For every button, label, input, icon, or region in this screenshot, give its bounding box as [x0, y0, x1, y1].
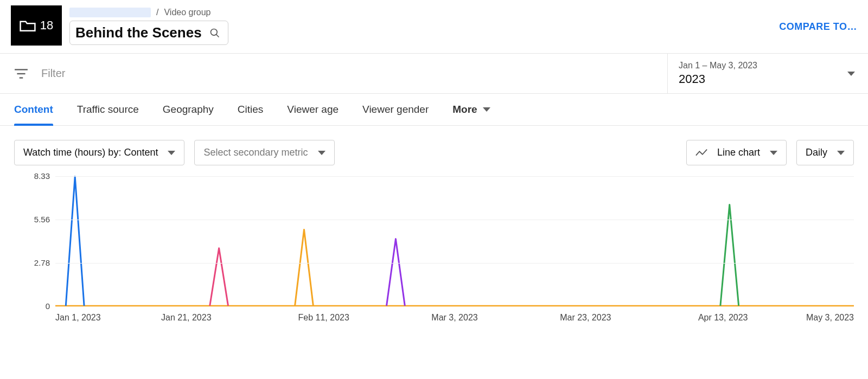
svg-line-1 [216, 34, 219, 37]
tab-viewer-age[interactable]: Viewer age [287, 104, 339, 125]
chart-x-tick: Jan 1, 2023 [55, 313, 101, 323]
channel-link[interactable] [69, 8, 151, 17]
chart-type-label: Line chart [717, 147, 760, 158]
folder-icon [20, 20, 36, 31]
chart-y-tick: 2.78 [14, 258, 50, 267]
chart-y-tick: 0 [14, 301, 50, 311]
chevron-down-icon [847, 72, 855, 76]
tab-more-label: More [452, 104, 477, 115]
secondary-metric-dropdown[interactable]: Select secondary metric [194, 140, 334, 165]
secondary-metric-placeholder: Select secondary metric [203, 147, 308, 158]
filter-placeholder: Filter [41, 67, 65, 80]
chart-area: 02.785.568.33Jan 1, 2023Jan 21, 2023Feb … [0, 171, 868, 338]
chart-y-tick: 5.56 [14, 215, 50, 224]
tab-cities[interactable]: Cities [238, 104, 264, 125]
chevron-down-icon [770, 151, 777, 155]
filter-row: Filter Jan 1 – May 3, 2023 2023 [0, 53, 868, 94]
chevron-down-icon [168, 151, 175, 155]
chart-x-tick: Feb 11, 2023 [298, 313, 349, 323]
compare-to-button[interactable]: COMPARE TO… [779, 21, 857, 33]
filter-icon [14, 68, 28, 79]
search-icon [209, 28, 220, 38]
chart-controls: Watch time (hours) by: Content Select se… [0, 126, 868, 171]
chart-series-line [210, 248, 228, 306]
tab-content[interactable]: Content [14, 104, 53, 125]
group-thumbnail: 18 [11, 5, 62, 46]
chevron-down-icon [837, 151, 845, 155]
chart-x-tick: May 3, 2023 [806, 313, 854, 323]
granularity-label: Daily [806, 147, 827, 158]
chart-x-tick: Mar 23, 2023 [560, 313, 611, 323]
chevron-down-icon [318, 151, 326, 155]
tab-viewer-gender[interactable]: Viewer gender [362, 104, 429, 125]
chart-x-tick: Apr 13, 2023 [698, 313, 748, 323]
filter-field[interactable]: Filter [0, 54, 667, 93]
chart-series-line [295, 230, 314, 306]
chart-series-line [387, 239, 405, 306]
breadcrumb: / Video group [69, 5, 857, 21]
chart-lines [55, 176, 854, 306]
dimension-tabs: Content Traffic source Geography Cities … [0, 94, 868, 126]
chart: 02.785.568.33Jan 1, 2023Jan 21, 2023Feb … [14, 176, 854, 328]
chart-series-line [66, 177, 84, 306]
chart-plot [55, 176, 854, 306]
date-range-picker[interactable]: Jan 1 – May 3, 2023 2023 [667, 54, 868, 93]
breadcrumb-separator: / [156, 8, 158, 17]
svg-point-0 [210, 29, 217, 35]
group-count: 18 [40, 18, 53, 33]
breadcrumb-wrap: / Video group Behind the Scenes [69, 5, 857, 45]
primary-metric-dropdown[interactable]: Watch time (hours) by: Content [14, 140, 184, 165]
tab-more[interactable]: More [452, 104, 490, 125]
header: 18 / Video group Behind the Scenes COMPA… [0, 0, 868, 53]
chart-x-tick: Jan 21, 2023 [161, 313, 212, 323]
primary-metric-label: Watch time (hours) by: Content [23, 147, 158, 158]
group-title: Behind the Scenes [75, 24, 202, 41]
chart-x-tick: Mar 3, 2023 [431, 313, 477, 323]
date-range-text: Jan 1 – May 3, 2023 [679, 60, 757, 72]
date-preset: 2023 [679, 72, 757, 87]
breadcrumb-level: Video group [164, 8, 210, 17]
chart-type-dropdown[interactable]: Line chart [686, 140, 787, 165]
chevron-down-icon [483, 107, 490, 112]
tab-traffic-source[interactable]: Traffic source [77, 104, 139, 125]
granularity-dropdown[interactable]: Daily [796, 140, 854, 165]
group-title-selector[interactable]: Behind the Scenes [69, 21, 228, 45]
chart-y-tick: 8.33 [14, 171, 50, 181]
tab-geography[interactable]: Geography [163, 104, 214, 125]
line-chart-icon [695, 148, 707, 158]
